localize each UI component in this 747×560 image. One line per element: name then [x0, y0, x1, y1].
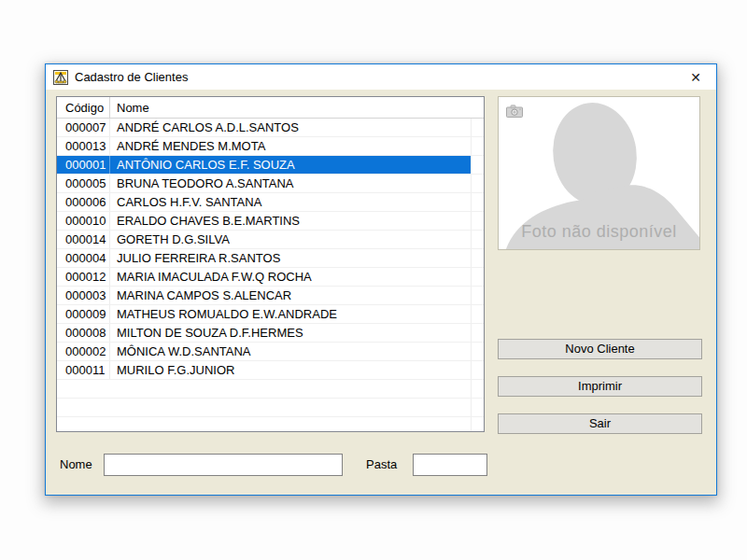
app-window: Cadastro de Clientes ✕ Código Nome 00000… [45, 63, 717, 496]
cell-codigo: 000002 [57, 343, 110, 360]
table-row[interactable]: 000006CARLOS H.F.V. SANTANA [57, 193, 484, 212]
cell-codigo: 000012 [57, 268, 110, 286]
grid-line-vertical [471, 119, 472, 432]
empty-row [57, 380, 484, 399]
novo-cliente-button[interactable]: Novo Cliente [498, 339, 702, 359]
table-row[interactable]: 000012MARIA IMACULADA F.W.Q ROCHA [57, 268, 484, 287]
table-row[interactable]: 000014GORETH D.G.SILVA [57, 231, 484, 249]
cell-nome: GORETH D.G.SILVA [110, 231, 484, 248]
photo-frame: Foto não disponível [498, 96, 700, 250]
cell-nome: MATHEUS ROMUALDO E.W.ANDRADE [110, 305, 484, 323]
desktop: { "window": { "title": "Cadastro de Clie… [0, 0, 747, 560]
table-row[interactable]: 000013ANDRÉ MENDES M.MOTA [57, 137, 484, 156]
app-scales-icon [53, 70, 68, 85]
table-row[interactable]: 000008MILTON DE SOUZA D.F.HERMES [57, 324, 484, 343]
cell-codigo: 000006 [57, 193, 110, 211]
imprimir-button[interactable]: Imprimir [498, 376, 702, 397]
table-row[interactable]: 000001ANTÔNIO CARLOS E.F. SOUZA [57, 156, 484, 175]
cell-nome: JULIO FERREIRA R.SANTOS [110, 249, 484, 267]
pasta-input[interactable] [413, 454, 487, 476]
cell-nome: ERALDO CHAVES B.E.MARTINS [110, 212, 484, 230]
cell-codigo: 000010 [57, 212, 110, 230]
column-header-codigo[interactable]: Código [57, 97, 110, 118]
cell-nome: ANDRÉ CARLOS A.D.L.SANTOS [110, 119, 484, 136]
sair-button[interactable]: Sair [498, 413, 702, 434]
cell-nome: ANDRÉ MENDES M.MOTA [110, 137, 484, 155]
empty-row [57, 399, 484, 417]
cell-codigo: 000003 [57, 287, 110, 304]
cell-nome: MARINA CAMPOS S.ALENCAR [110, 287, 484, 304]
cell-codigo: 000001 [57, 156, 110, 174]
cell-codigo: 000009 [57, 305, 110, 323]
cell-nome: MARIA IMACULADA F.W.Q ROCHA [110, 268, 484, 286]
close-button[interactable]: ✕ [681, 64, 711, 90]
cell-nome: MILTON DE SOUZA D.F.HERMES [110, 324, 484, 342]
nome-input[interactable] [104, 454, 343, 476]
table-row[interactable]: 000004JULIO FERREIRA R.SANTOS [57, 249, 484, 268]
table-row[interactable]: 000010ERALDO CHAVES B.E.MARTINS [57, 212, 484, 231]
list-body: 000007ANDRÉ CARLOS A.D.L.SANTOS000013AND… [57, 119, 484, 432]
cell-nome: BRUNA TEODORO A.SANTANA [110, 175, 484, 192]
cell-codigo: 000007 [57, 119, 110, 136]
table-row[interactable]: 000011MURILO F.G.JUNIOR [57, 361, 484, 380]
pasta-label: Pasta [366, 457, 397, 471]
table-row[interactable]: 000009MATHEUS ROMUALDO E.W.ANDRADE [57, 305, 484, 324]
cell-codigo: 000004 [57, 249, 110, 267]
column-header-nome[interactable]: Nome [110, 97, 484, 118]
cell-nome: MURILO F.G.JUNIOR [110, 361, 484, 379]
table-row[interactable]: 000007ANDRÉ CARLOS A.D.L.SANTOS [57, 119, 484, 137]
list-header: Código Nome [57, 97, 484, 119]
cell-codigo: 000008 [57, 324, 110, 342]
title-bar: Cadastro de Clientes ✕ [46, 64, 716, 90]
window-title: Cadastro de Clientes [75, 70, 188, 84]
empty-row [57, 417, 484, 432]
cell-nome: MÔNICA W.D.SANTANA [110, 343, 484, 360]
cell-codigo: 000014 [57, 231, 110, 248]
camera-icon [506, 105, 523, 118]
table-row[interactable]: 000003MARINA CAMPOS S.ALENCAR [57, 287, 484, 305]
table-row[interactable]: 000002MÔNICA W.D.SANTANA [57, 343, 484, 361]
cell-codigo: 000011 [57, 361, 110, 379]
client-list[interactable]: Código Nome 000007ANDRÉ CARLOS A.D.L.SAN… [56, 96, 485, 432]
cell-codigo: 000013 [57, 137, 110, 155]
cell-codigo: 000005 [57, 175, 110, 192]
cell-nome: ANTÔNIO CARLOS E.F. SOUZA [110, 156, 484, 174]
photo-caption: Foto não disponível [499, 222, 699, 242]
nome-label: Nome [60, 457, 92, 471]
table-row[interactable]: 000005BRUNA TEODORO A.SANTANA [57, 175, 484, 193]
cell-nome: CARLOS H.F.V. SANTANA [110, 193, 484, 211]
